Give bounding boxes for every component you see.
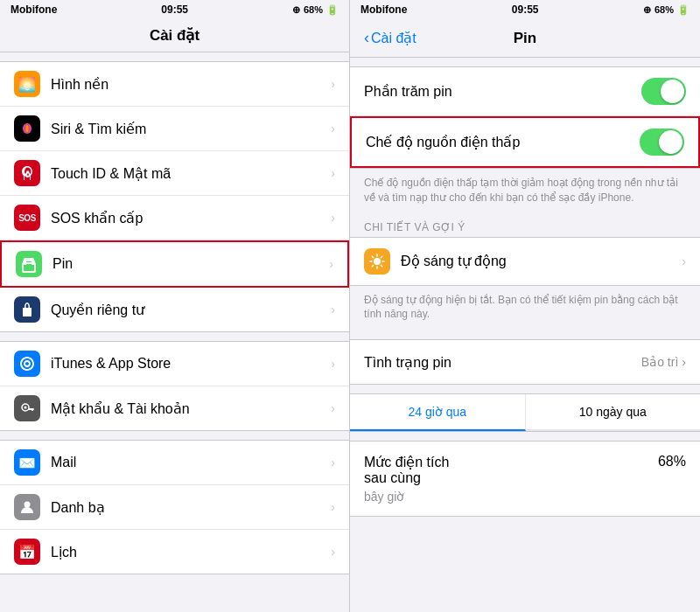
siri-chevron: › [331,122,335,136]
muc-dien-section: Mức điện tích sau cùng 68% bây giờ [350,441,700,517]
settings-item-hinh-nen[interactable]: 🌅 Hình nền › [0,62,349,107]
do-sang-chevron: › [682,254,686,268]
tinh-trang-value: Bảo trì › [641,355,686,369]
svg-line-20 [372,256,373,257]
mat-khau-label: Mật khẩu & Tài khoản [51,400,331,417]
do-sang-row[interactable]: Độ sáng tự động › [350,238,700,285]
left-title: Cài đặt [150,27,200,44]
settings-item-mat-khau[interactable]: Mật khẩu & Tài khoản › [0,386,349,430]
che-do-desc: Chế độ nguồn điện thấp tạm thời giảm hoạ… [350,169,700,214]
settings-item-quyen-rieng-tu[interactable]: Quyền riêng tư › [0,288,349,331]
settings-item-pin[interactable]: Pin › [0,240,349,288]
svg-rect-12 [32,408,33,411]
phan-tram-pin-row: Phần trăm pin [350,67,700,116]
svg-point-15 [374,258,381,265]
mail-label: Mail [51,455,331,470]
lich-icon: 📅 [14,539,40,565]
settings-item-danh-ba[interactable]: Danh bạ › [0,485,349,530]
tinh-trang-row[interactable]: Tình trạng pin Bảo trì › [350,340,700,384]
detail-section: Độ sáng tự động › [350,237,700,286]
back-label: Cài đặt [371,30,416,46]
muc-dien-row: Mức điện tích sau cùng 68% [350,441,700,490]
left-time: 09:55 [161,3,188,16]
siri-label: Siri & Tìm kiếm [51,121,331,137]
sos-icon: SOS [14,205,40,231]
right-status-bar: Mobifone 09:55 ⊕ 68% 🔋 [350,0,700,19]
danh-ba-chevron: › [331,500,335,514]
lich-label: Lịch [51,544,331,560]
quyen-rieng-tu-label: Quyền riêng tư [51,302,331,318]
left-battery-text: 68% [304,4,323,15]
mat-khau-chevron: › [331,401,335,415]
che-do-nguon-toggle[interactable] [640,129,684,156]
left-panel: Mobifone 09:55 ⊕ 68% 🔋 Cài đặt 🌅 Hình nề… [0,0,350,612]
tinh-trang-section: Tình trạng pin Bảo trì › [350,339,700,385]
left-location-icon: ⊕ [292,4,300,16]
right-content: Phần trăm pin Chế độ nguồn điện thấp Chế… [350,58,700,612]
pin-icon [16,251,42,277]
tinh-trang-label: Tình trạng pin [364,354,452,371]
phan-tram-pin-toggle[interactable] [641,78,686,105]
muc-dien-value: 68% [658,454,686,469]
phan-tram-pin-label: Phần trăm pin [364,83,452,100]
settings-item-itunes[interactable]: iTunes & App Store › [0,342,349,386]
section-chi-tiet-header: CHI TIẾT VÀ GỢI Ý [350,214,700,237]
touch-id-icon [14,160,40,186]
muc-dien-sub-label: sau cùng [364,470,449,486]
right-time: 09:55 [512,3,539,16]
right-status-right: ⊕ 68% 🔋 [643,4,690,16]
muc-dien-label: Mức điện tích sau cùng [364,454,449,486]
back-button[interactable]: ‹ Cài đặt [364,29,416,47]
left-status-right: ⊕ 68% 🔋 [292,4,339,16]
do-sang-desc: Độ sáng tự động hiện bị tắt. Bạn có thể … [350,286,700,331]
time-tabs-section: 24 giờ qua 10 ngày qua [350,393,700,432]
touch-id-chevron: › [331,166,335,180]
svg-line-21 [381,265,382,266]
svg-point-3 [26,125,29,132]
svg-line-23 [381,256,382,257]
mail-icon: ✉️ [14,449,40,476]
mail-chevron: › [331,456,335,469]
settings-item-lich[interactable]: 📅 Lịch › [0,530,349,574]
hinh-nen-chevron: › [331,77,335,91]
do-sang-label: Độ sáng tự động [401,253,682,269]
settings-item-siri[interactable]: Siri & Tìm kiếm › [0,107,349,151]
settings-section-apps: iTunes & App Store › Mật khẩu & Tài khoả… [0,341,349,431]
pin-main-section: Phần trăm pin Chế độ nguồn điện thấp [350,66,700,169]
pin-label: Pin [52,256,329,272]
svg-rect-5 [24,264,34,271]
danh-ba-label: Danh bạ [51,499,331,516]
che-do-nguon-label: Chế độ nguồn điện thấp [366,134,520,150]
sos-chevron: › [331,211,335,225]
svg-point-10 [24,407,27,409]
left-battery-icon: 🔋 [326,4,339,16]
settings-item-touch-id[interactable]: Touch ID & Mật mã › [0,151,349,196]
right-carrier: Mobifone [360,3,407,16]
tinh-trang-chevron: › [682,355,686,369]
settings-list: 🌅 Hình nền › Siri & Tìm kiếm › [0,52,349,612]
left-status-bar: Mobifone 09:55 ⊕ 68% 🔋 [0,0,349,19]
settings-item-mail[interactable]: ✉️ Mail › [0,441,349,485]
hinh-nen-label: Hình nền [51,76,331,93]
muc-dien-time: bây giờ [350,490,700,517]
danh-ba-icon [14,494,40,520]
right-title: Pin [416,30,634,47]
time-tabs: 24 giờ qua 10 ngày qua [350,394,700,431]
touch-id-label: Touch ID & Mật mã [51,165,331,182]
settings-item-sos[interactable]: SOS SOS khẩn cấp › [0,196,349,240]
mat-khau-icon [14,395,40,421]
tab-10d[interactable]: 10 ngày qua [526,394,701,431]
svg-line-22 [372,265,373,266]
muc-dien-main-label: Mức điện tích [364,454,449,470]
quyen-rieng-tu-chevron: › [331,303,335,316]
back-chevron-icon: ‹ [364,29,369,47]
siri-icon [14,115,40,142]
che-do-nguon-row[interactable]: Chế độ nguồn điện thấp [350,116,700,168]
tab-24h[interactable]: 24 giờ qua [350,394,526,431]
settings-section-main: 🌅 Hình nền › Siri & Tìm kiếm › [0,61,349,332]
svg-rect-13 [30,408,32,410]
right-panel: Mobifone 09:55 ⊕ 68% 🔋 ‹ Cài đặt Pin Phầ… [350,0,700,612]
itunes-label: iTunes & App Store [51,356,331,372]
settings-section-personal: ✉️ Mail › Danh bạ › 📅 Lịch › [0,440,349,574]
hinh-nen-icon: 🌅 [14,71,40,97]
